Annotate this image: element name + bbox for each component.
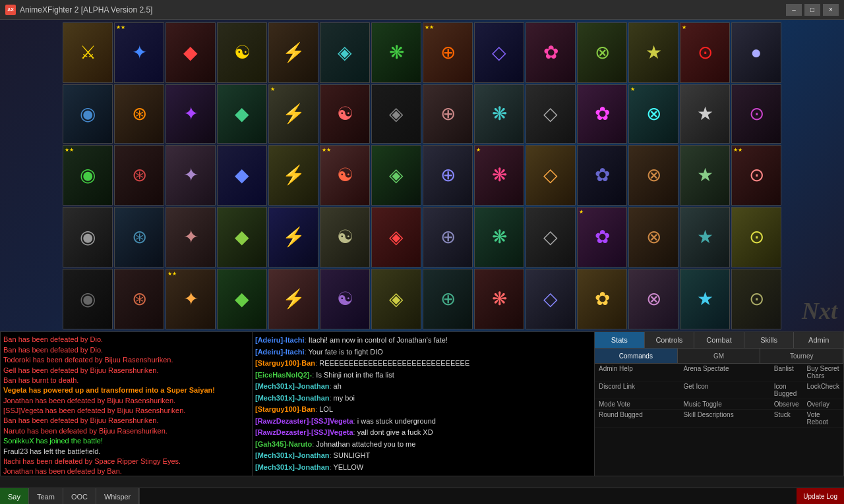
char-cell[interactable]: ☯ <box>320 207 370 267</box>
cmd-item[interactable]: Icon Bugged <box>770 381 803 399</box>
cmd-item[interactable]: Admin Help <box>595 364 680 381</box>
tab-skills[interactable]: Skills <box>744 332 795 348</box>
char-cell[interactable]: ⊕ <box>423 84 473 144</box>
char-cell[interactable]: ◈ <box>371 269 421 329</box>
char-cell[interactable]: ✦ <box>166 207 216 267</box>
char-cell[interactable]: ⊕ <box>423 207 473 267</box>
cmd-item[interactable]: Round Bugged <box>595 410 680 428</box>
cmd-item[interactable]: Observe <box>770 399 803 410</box>
cmd-item[interactable]: Music Toggle <box>680 399 770 410</box>
char-cell[interactable]: ⊗ <box>577 22 627 83</box>
char-cell[interactable]: ◆ <box>217 84 267 144</box>
char-cell[interactable]: ❋ <box>474 207 524 267</box>
char-cell[interactable]: ⊛ <box>114 207 164 267</box>
maximize-button[interactable]: □ <box>804 4 820 16</box>
cmd-item[interactable]: Overlay <box>803 399 843 410</box>
char-cell[interactable]: ⊗ <box>628 269 678 329</box>
char-cell[interactable]: ◉ <box>63 84 113 144</box>
char-cell[interactable]: ◉ <box>63 269 113 329</box>
char-cell[interactable]: ⊕ <box>423 269 473 329</box>
cmd-item[interactable]: Skill Descriptions <box>680 410 770 428</box>
char-cell[interactable]: ◇ <box>474 22 524 83</box>
chat-area[interactable]: [Adeiru]-Itachi: Itachi! am now in contr… <box>253 331 595 476</box>
char-cell[interactable]: ◉ <box>63 207 113 267</box>
char-cell[interactable]: ◈ <box>320 22 370 83</box>
char-cell[interactable]: ⊛ <box>114 145 164 206</box>
char-cell[interactable]: ⚔ <box>63 22 113 83</box>
tab-say[interactable]: Say <box>0 488 29 504</box>
char-cell[interactable]: ★ <box>628 22 678 83</box>
char-cell[interactable]: ⚡★ <box>268 84 318 144</box>
char-cell[interactable]: ⊙ <box>731 269 781 329</box>
char-cell[interactable]: ⚡ <box>268 22 318 83</box>
char-cell[interactable]: ◉★★ <box>63 145 113 206</box>
cmd-item[interactable]: LockCheck <box>803 381 843 399</box>
char-cell[interactable]: ✿★ <box>577 207 627 267</box>
char-cell[interactable]: ◇ <box>526 84 576 144</box>
char-cell[interactable]: ⊙ <box>731 207 781 267</box>
cmd-item[interactable]: Get Icon <box>680 381 770 399</box>
cmd-item[interactable]: Stuck <box>770 410 803 428</box>
battle-log[interactable]: Ban has been defeated by Dio. Ban has be… <box>0 331 253 476</box>
char-cell[interactable]: ◆ <box>217 269 267 329</box>
char-cell[interactable]: ⊙ <box>731 84 781 144</box>
sub-tab-gm[interactable]: GM <box>678 349 761 363</box>
char-cell[interactable]: ◆ <box>217 207 267 267</box>
tab-stats[interactable]: Stats <box>595 332 645 348</box>
char-cell[interactable]: ◆ <box>166 22 216 83</box>
char-cell[interactable]: ⊛ <box>114 84 164 144</box>
char-cell[interactable]: ◆ <box>217 145 267 206</box>
char-cell[interactable]: ❋★ <box>474 145 524 206</box>
char-cell[interactable]: ● <box>731 22 781 83</box>
update-log-button[interactable]: Update Log <box>797 488 844 504</box>
char-cell[interactable]: ◈ <box>371 207 421 267</box>
char-cell[interactable]: ✿ <box>577 84 627 144</box>
sub-tab-commands[interactable]: Commands <box>595 349 678 363</box>
char-cell[interactable]: ⊛ <box>114 269 164 329</box>
char-cell[interactable]: ✿ <box>577 269 627 329</box>
char-cell[interactable]: ★ <box>680 207 730 267</box>
char-cell[interactable]: ☯ <box>320 84 370 144</box>
minimize-button[interactable]: – <box>786 4 802 16</box>
char-cell[interactable]: ❋ <box>474 269 524 329</box>
cmd-item[interactable]: Buy Secret Chars <box>803 364 843 381</box>
chat-input[interactable] <box>139 488 797 504</box>
cmd-item[interactable]: Mode Vote <box>595 399 680 410</box>
tab-ooc[interactable]: OOC <box>63 488 96 504</box>
char-cell[interactable]: ⊕★★ <box>423 22 473 83</box>
char-cell[interactable]: ◇ <box>526 207 576 267</box>
tab-combat[interactable]: Combat <box>694 332 744 348</box>
char-cell[interactable]: ◈ <box>371 84 421 144</box>
char-cell[interactable]: ★ <box>680 84 730 144</box>
char-cell[interactable]: ⊙★★ <box>731 145 781 206</box>
char-cell[interactable]: ⊙★ <box>680 22 730 83</box>
char-cell[interactable]: ⊕ <box>423 145 473 206</box>
char-cell[interactable]: ◇ <box>526 269 576 329</box>
cmd-item[interactable]: Vote Reboot <box>803 410 843 428</box>
char-cell[interactable]: ⚡ <box>268 269 318 329</box>
char-cell[interactable]: ❋ <box>474 84 524 144</box>
char-cell[interactable]: ☯ <box>320 269 370 329</box>
char-cell[interactable]: ✦ <box>166 84 216 144</box>
char-cell[interactable]: ⊗ <box>628 207 678 267</box>
char-cell[interactable]: ⚡ <box>268 145 318 206</box>
tab-admin[interactable]: Admin <box>794 332 843 348</box>
char-cell[interactable]: ★ <box>680 269 730 329</box>
close-button[interactable]: × <box>823 4 839 16</box>
char-cell[interactable]: ❋ <box>371 22 421 83</box>
sub-tab-tourney[interactable]: Tourney <box>760 349 843 363</box>
cmd-item[interactable]: Arena Spectate <box>680 364 770 381</box>
char-cell[interactable]: ✿ <box>526 22 576 83</box>
char-cell[interactable]: ✦★★ <box>166 269 216 329</box>
char-cell[interactable]: ⚡ <box>268 207 318 267</box>
cmd-item[interactable]: Banlist <box>770 364 803 381</box>
char-cell[interactable]: ✿ <box>577 145 627 206</box>
char-cell[interactable]: ★ <box>680 145 730 206</box>
tab-controls[interactable]: Controls <box>645 332 695 348</box>
tab-team[interactable]: Team <box>29 488 63 504</box>
char-cell[interactable]: ☯★★ <box>320 145 370 206</box>
char-cell[interactable]: ✦★★ <box>114 22 164 83</box>
char-cell[interactable]: ✦ <box>166 145 216 206</box>
char-cell[interactable]: ☯ <box>217 22 267 83</box>
char-cell[interactable]: ⊗ <box>628 145 678 206</box>
